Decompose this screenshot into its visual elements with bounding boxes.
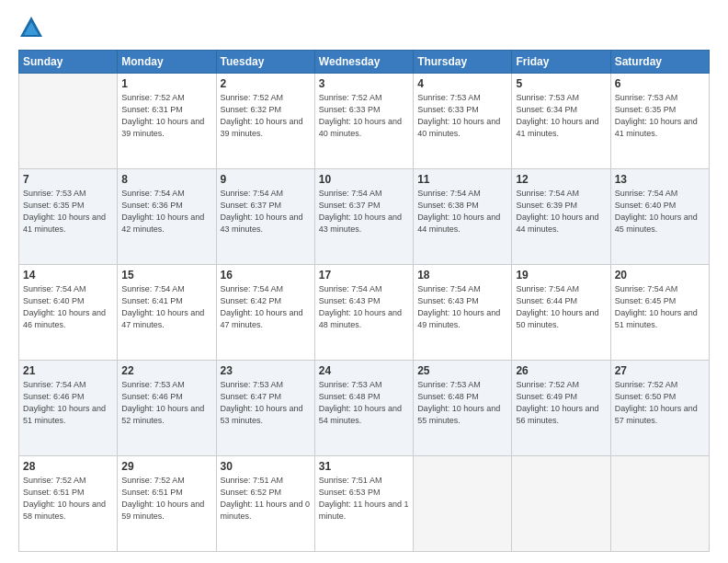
day-info: Sunrise: 7:54 AMSunset: 6:37 PMDaylight:… (319, 188, 409, 236)
day-info: Sunrise: 7:54 AMSunset: 6:42 PMDaylight:… (221, 283, 311, 331)
header-cell-tuesday: Tuesday (216, 51, 314, 74)
day-number: 30 (221, 460, 311, 473)
day-number: 15 (121, 269, 211, 282)
week-row-5: 28Sunrise: 7:52 AMSunset: 6:51 PMDayligh… (19, 456, 710, 552)
day-cell: 25Sunrise: 7:53 AMSunset: 6:48 PMDayligh… (414, 361, 512, 456)
day-number: 31 (319, 460, 409, 473)
day-cell: 16Sunrise: 7:54 AMSunset: 6:42 PMDayligh… (216, 265, 314, 361)
day-info: Sunrise: 7:54 AMSunset: 6:36 PMDaylight:… (121, 188, 211, 236)
day-info: Sunrise: 7:52 AMSunset: 6:33 PMDaylight:… (319, 92, 409, 140)
day-cell: 14Sunrise: 7:54 AMSunset: 6:40 PMDayligh… (19, 265, 118, 361)
day-cell: 9Sunrise: 7:54 AMSunset: 6:37 PMDaylight… (216, 169, 314, 265)
header (18, 15, 710, 40)
day-info: Sunrise: 7:52 AMSunset: 6:49 PMDaylight:… (516, 379, 606, 427)
day-number: 7 (23, 173, 113, 186)
day-cell: 13Sunrise: 7:54 AMSunset: 6:40 PMDayligh… (610, 169, 709, 265)
day-info: Sunrise: 7:52 AMSunset: 6:51 PMDaylight:… (23, 475, 113, 523)
header-cell-saturday: Saturday (610, 51, 709, 74)
day-cell: 28Sunrise: 7:52 AMSunset: 6:51 PMDayligh… (19, 456, 118, 552)
week-row-4: 21Sunrise: 7:54 AMSunset: 6:46 PMDayligh… (19, 361, 710, 456)
day-number: 14 (23, 269, 113, 282)
week-row-2: 7Sunrise: 7:53 AMSunset: 6:35 PMDaylight… (19, 169, 710, 265)
day-info: Sunrise: 7:53 AMSunset: 6:48 PMDaylight:… (417, 379, 507, 427)
day-cell: 15Sunrise: 7:54 AMSunset: 6:41 PMDayligh… (118, 265, 216, 361)
day-cell: 31Sunrise: 7:51 AMSunset: 6:53 PMDayligh… (314, 456, 413, 552)
day-cell: 18Sunrise: 7:54 AMSunset: 6:43 PMDayligh… (414, 265, 512, 361)
day-info: Sunrise: 7:53 AMSunset: 6:48 PMDaylight:… (319, 379, 409, 427)
day-info: Sunrise: 7:54 AMSunset: 6:40 PMDaylight:… (615, 188, 705, 236)
day-cell: 26Sunrise: 7:52 AMSunset: 6:49 PMDayligh… (512, 361, 610, 456)
day-cell (19, 74, 118, 169)
day-info: Sunrise: 7:54 AMSunset: 6:41 PMDaylight:… (121, 283, 211, 331)
day-info: Sunrise: 7:52 AMSunset: 6:31 PMDaylight:… (121, 92, 211, 140)
day-number: 19 (516, 269, 606, 282)
logo-icon (18, 15, 44, 40)
day-cell (414, 456, 512, 552)
day-info: Sunrise: 7:51 AMSunset: 6:53 PMDaylight:… (319, 475, 409, 523)
day-info: Sunrise: 7:53 AMSunset: 6:35 PMDaylight:… (615, 92, 705, 140)
page: SundayMondayTuesdayWednesdayThursdayFrid… (0, 0, 728, 563)
day-cell (610, 456, 709, 552)
day-number: 8 (121, 173, 211, 186)
day-cell: 24Sunrise: 7:53 AMSunset: 6:48 PMDayligh… (314, 361, 413, 456)
day-number: 26 (516, 364, 606, 377)
day-info: Sunrise: 7:52 AMSunset: 6:51 PMDaylight:… (121, 475, 211, 523)
day-info: Sunrise: 7:52 AMSunset: 6:32 PMDaylight:… (221, 92, 311, 140)
header-cell-thursday: Thursday (414, 51, 512, 74)
day-number: 22 (121, 364, 211, 377)
header-cell-monday: Monday (118, 51, 216, 74)
day-cell: 22Sunrise: 7:53 AMSunset: 6:46 PMDayligh… (118, 361, 216, 456)
day-cell: 27Sunrise: 7:52 AMSunset: 6:50 PMDayligh… (610, 361, 709, 456)
day-info: Sunrise: 7:54 AMSunset: 6:40 PMDaylight:… (23, 283, 113, 331)
header-row: SundayMondayTuesdayWednesdayThursdayFrid… (19, 51, 710, 74)
day-number: 27 (615, 364, 705, 377)
day-number: 28 (23, 460, 113, 473)
day-number: 10 (319, 173, 409, 186)
day-cell: 4Sunrise: 7:53 AMSunset: 6:33 PMDaylight… (414, 74, 512, 169)
day-number: 9 (221, 173, 311, 186)
day-number: 5 (516, 77, 606, 90)
day-cell: 8Sunrise: 7:54 AMSunset: 6:36 PMDaylight… (118, 169, 216, 265)
day-cell: 21Sunrise: 7:54 AMSunset: 6:46 PMDayligh… (19, 361, 118, 456)
day-cell: 2Sunrise: 7:52 AMSunset: 6:32 PMDaylight… (216, 74, 314, 169)
calendar-table: SundayMondayTuesdayWednesdayThursdayFrid… (18, 50, 710, 552)
day-info: Sunrise: 7:54 AMSunset: 6:37 PMDaylight:… (221, 188, 311, 236)
day-cell: 12Sunrise: 7:54 AMSunset: 6:39 PMDayligh… (512, 169, 610, 265)
day-cell: 29Sunrise: 7:52 AMSunset: 6:51 PMDayligh… (118, 456, 216, 552)
day-cell: 3Sunrise: 7:52 AMSunset: 6:33 PMDaylight… (314, 74, 413, 169)
day-number: 1 (121, 77, 211, 90)
day-number: 29 (121, 460, 211, 473)
day-info: Sunrise: 7:54 AMSunset: 6:43 PMDaylight:… (319, 283, 409, 331)
day-info: Sunrise: 7:53 AMSunset: 6:47 PMDaylight:… (221, 379, 311, 427)
day-info: Sunrise: 7:54 AMSunset: 6:39 PMDaylight:… (516, 188, 606, 236)
day-number: 6 (615, 77, 705, 90)
day-cell: 20Sunrise: 7:54 AMSunset: 6:45 PMDayligh… (610, 265, 709, 361)
day-number: 16 (221, 269, 311, 282)
day-info: Sunrise: 7:53 AMSunset: 6:33 PMDaylight:… (417, 92, 507, 140)
day-number: 3 (319, 77, 409, 90)
day-number: 25 (417, 364, 507, 377)
day-number: 21 (23, 364, 113, 377)
day-info: Sunrise: 7:53 AMSunset: 6:46 PMDaylight:… (121, 379, 211, 427)
day-number: 17 (319, 269, 409, 282)
week-row-1: 1Sunrise: 7:52 AMSunset: 6:31 PMDaylight… (19, 74, 710, 169)
day-number: 20 (615, 269, 705, 282)
day-number: 13 (615, 173, 705, 186)
day-number: 4 (417, 77, 507, 90)
day-number: 11 (417, 173, 507, 186)
day-info: Sunrise: 7:53 AMSunset: 6:34 PMDaylight:… (516, 92, 606, 140)
day-number: 24 (319, 364, 409, 377)
day-cell: 1Sunrise: 7:52 AMSunset: 6:31 PMDaylight… (118, 74, 216, 169)
header-cell-sunday: Sunday (19, 51, 118, 74)
day-number: 23 (221, 364, 311, 377)
day-cell: 23Sunrise: 7:53 AMSunset: 6:47 PMDayligh… (216, 361, 314, 456)
day-info: Sunrise: 7:54 AMSunset: 6:46 PMDaylight:… (23, 379, 113, 427)
day-cell: 6Sunrise: 7:53 AMSunset: 6:35 PMDaylight… (610, 74, 709, 169)
day-info: Sunrise: 7:54 AMSunset: 6:38 PMDaylight:… (417, 188, 507, 236)
day-number: 18 (417, 269, 507, 282)
day-cell: 30Sunrise: 7:51 AMSunset: 6:52 PMDayligh… (216, 456, 314, 552)
header-cell-wednesday: Wednesday (314, 51, 413, 74)
day-cell: 10Sunrise: 7:54 AMSunset: 6:37 PMDayligh… (314, 169, 413, 265)
logo (18, 15, 48, 40)
day-number: 2 (221, 77, 311, 90)
